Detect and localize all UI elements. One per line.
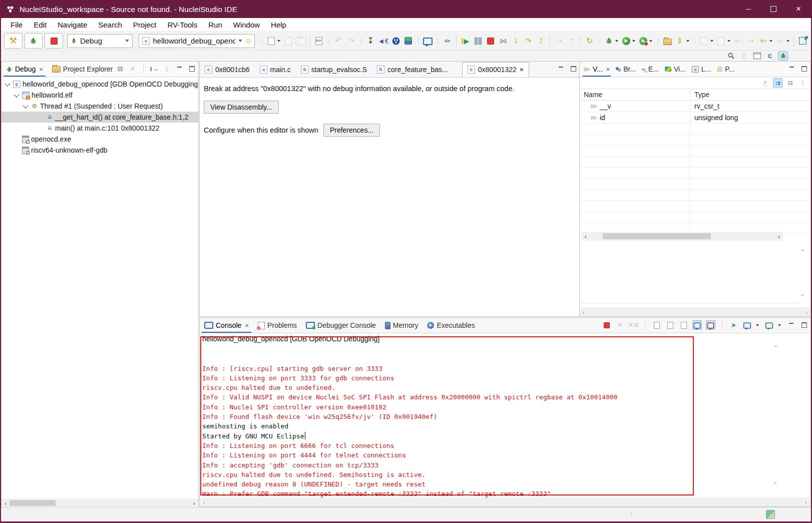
- remove-all-terminated-icon[interactable]: ✕: [128, 65, 137, 74]
- scroll-down-icon[interactable]: ›: [799, 294, 806, 296]
- maximize-view-icon[interactable]: [187, 65, 196, 74]
- open-resource-button[interactable]: [661, 35, 673, 47]
- scroll-up-icon[interactable]: ›: [799, 249, 806, 251]
- open-perspective-button[interactable]: [752, 52, 762, 61]
- forward-button[interactable]: ⇨: [774, 35, 786, 47]
- preferences-button[interactable]: Preferences...: [323, 124, 380, 137]
- back-button[interactable]: ⇦: [757, 35, 769, 47]
- console-hscrollbar[interactable]: ‹ ›: [200, 497, 810, 506]
- open-console-icon[interactable]: [764, 320, 774, 330]
- restart-button[interactable]: ↻: [584, 35, 595, 47]
- back-arrow[interactable]: [769, 40, 772, 42]
- console-vscrollbar[interactable]: › ›: [771, 343, 779, 486]
- debug-tree-item[interactable]: Thread #1 (Suspended : User Request): [2, 101, 198, 112]
- menu-item[interactable]: File: [5, 21, 28, 29]
- debug-history-button[interactable]: [603, 35, 615, 47]
- resume-button[interactable]: ▶: [460, 35, 471, 47]
- next-annotation-button[interactable]: [698, 35, 710, 47]
- console-output[interactable]: helloworld_debug_openocd [GDB OpenOCD De…: [200, 333, 782, 497]
- editor-tab-startup-evalsoc[interactable]: S startup_evalsoc.S: [296, 62, 372, 77]
- expander-icon[interactable]: [5, 81, 10, 86]
- cpp-perspective-button[interactable]: C: [765, 52, 775, 61]
- close-icon[interactable]: ×: [520, 66, 524, 74]
- tab-project-explorer[interactable]: Project Explorer: [48, 62, 118, 77]
- minimize-window-button[interactable]: ─: [736, 0, 761, 18]
- scroll-down-icon[interactable]: ›: [772, 482, 779, 484]
- collapse-all-icon[interactable]: ⊟: [785, 78, 795, 88]
- debug-tree-item[interactable]: openocd.exe: [2, 134, 198, 145]
- save-all-button[interactable]: [295, 35, 306, 47]
- scroll-lock-icon[interactable]: [665, 320, 675, 330]
- instruction-stepping-button[interactable]: ⇢: [553, 35, 565, 47]
- debug-history-arrow[interactable]: [615, 40, 618, 42]
- view-disassembly-button[interactable]: View Disassembly...: [204, 101, 279, 114]
- tab-debug[interactable]: Debug ×: [2, 62, 48, 77]
- search-button[interactable]: [726, 52, 736, 61]
- save-button[interactable]: [282, 35, 294, 47]
- tab-debugger-console[interactable]: Debugger Console: [301, 318, 380, 333]
- show-type-names-icon[interactable]: ✗̲: [760, 78, 770, 88]
- close-window-button[interactable]: ×: [786, 0, 811, 18]
- run-history-button[interactable]: ▶: [620, 35, 632, 47]
- editor-tab-main-c[interactable]: .c main.c: [255, 62, 296, 77]
- annotate-button[interactable]: ✎: [442, 35, 453, 47]
- display-console-icon[interactable]: [742, 320, 752, 330]
- menu-item[interactable]: RV-Tools: [162, 21, 203, 29]
- redo-button[interactable]: ↷: [345, 35, 357, 47]
- remove-launch-icon[interactable]: ✕: [615, 320, 625, 330]
- next-annotation-arrow[interactable]: [710, 40, 713, 42]
- minimize-view-icon[interactable]: [556, 65, 565, 74]
- profile-history-arrow[interactable]: [649, 40, 652, 42]
- column-type[interactable]: Type: [690, 89, 810, 100]
- tab-console[interactable]: Console ×: [200, 318, 253, 333]
- gear-icon[interactable]: ⚙: [245, 37, 252, 45]
- highlight-button[interactable]: ✐: [674, 35, 686, 47]
- menu-item[interactable]: Edit: [28, 21, 52, 29]
- profile-history-button[interactable]: ▶: [637, 35, 649, 47]
- remove-all-launches-icon[interactable]: ✕✕: [629, 320, 638, 330]
- debug-perspective-button[interactable]: [778, 52, 788, 61]
- download-button[interactable]: ↧: [365, 35, 376, 47]
- scrollbar-thumb[interactable]: [603, 233, 711, 239]
- display-console-arrow[interactable]: [756, 324, 759, 326]
- step-return-button[interactable]: ⤴: [535, 35, 547, 47]
- minimize-view-icon[interactable]: [787, 65, 796, 74]
- minimize-view-icon[interactable]: [175, 65, 184, 74]
- menu-item[interactable]: Search: [93, 21, 128, 29]
- launch-config-combo[interactable]: c helloworld_debug_openocd ⚙: [139, 34, 255, 48]
- maximize-view-icon[interactable]: [799, 321, 808, 330]
- tab-memory[interactable]: Memory: [380, 318, 423, 333]
- suspend-button[interactable]: [472, 35, 484, 47]
- scroll-right-icon[interactable]: ›: [190, 499, 198, 507]
- tab-peripherals[interactable]: 品 P...: [714, 62, 737, 77]
- editor-tab-core-feature-base[interactable]: h core_feature_bas...: [372, 62, 453, 77]
- binary-tools-button[interactable]: [313, 35, 324, 47]
- scroll-left-icon[interactable]: ‹: [582, 233, 590, 240]
- show-on-output-icon[interactable]: [706, 320, 715, 330]
- tab-visualizer[interactable]: Vi...: [662, 62, 689, 77]
- editor-tab-0x8001cb6[interactable]: c 0x8001cb6: [200, 62, 255, 77]
- terminal-button[interactable]: [422, 35, 434, 47]
- step-over-button[interactable]: ↷: [523, 35, 534, 47]
- scroll-left-icon[interactable]: ‹: [2, 499, 10, 507]
- scrollbar-thumb[interactable]: [10, 500, 56, 506]
- scroll-up-icon[interactable]: ›: [772, 345, 779, 347]
- debug-tree-item[interactable]: main() at main.c:101 0x80001322: [2, 123, 198, 134]
- scroll-left-icon[interactable]: ‹: [200, 498, 208, 506]
- minimize-view-icon[interactable]: [786, 321, 795, 330]
- run-history-arrow[interactable]: [632, 40, 635, 42]
- step-into-button[interactable]: ⤵: [510, 35, 522, 47]
- highlight-arrow[interactable]: [686, 40, 689, 42]
- variables-header-row[interactable]: Name Type: [580, 89, 810, 101]
- variable-row-id[interactable]: (x)=id unsigned long: [580, 112, 810, 124]
- scroll-right-icon[interactable]: ›: [775, 233, 783, 240]
- detail-hscrollbar[interactable]: ‹ ›: [580, 307, 810, 316]
- tab-problems[interactable]: Problems: [253, 318, 301, 333]
- terminate-button[interactable]: [45, 33, 63, 49]
- tab-executables[interactable]: ▶ Executables: [423, 318, 479, 333]
- disconnect-button[interactable]: ⋈: [498, 35, 509, 47]
- prev-annotation-button[interactable]: [715, 35, 727, 47]
- show-logical-structure-icon[interactable]: ⇉: [773, 78, 782, 88]
- menu-item[interactable]: Help: [265, 21, 292, 29]
- tab-expressions[interactable]: ∞̲ E...: [639, 62, 662, 77]
